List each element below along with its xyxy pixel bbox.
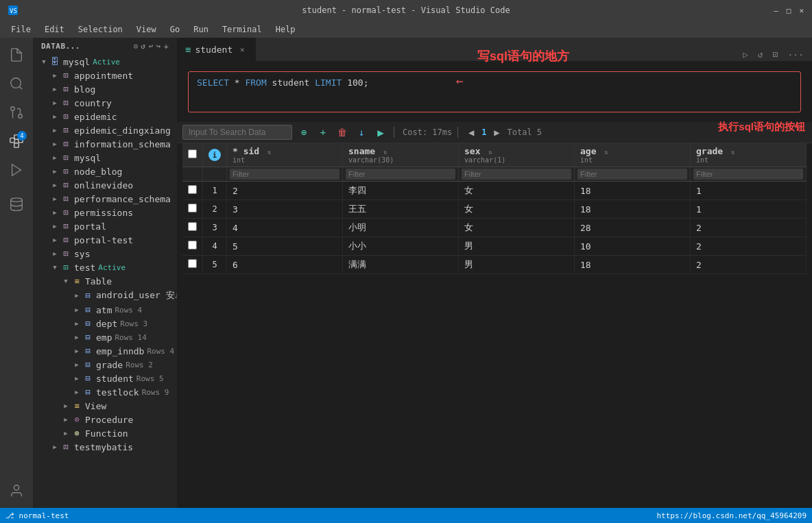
activity-debug[interactable] [5,158,28,182]
add-row-button[interactable]: + [315,125,331,140]
sidebar-item-blog[interactable]: ▶ ⊡ blog [33,82,177,96]
export-down-button[interactable]: ↓ [354,125,369,140]
sidebar-item-dept[interactable]: ▶ ⊟ dept Rows 3 [33,317,177,330]
col-header-sname[interactable]: sname ⇅ varchar(30) [343,143,459,167]
sidebar-item-country[interactable]: ▶ ⊡ country [33,96,177,110]
activity-search[interactable] [5,72,28,95]
sidebar-item-permissions[interactable]: ▶ ⊡ permissions [33,206,177,219]
sidebar-item-emp[interactable]: ▶ ⊟ emp Rows 14 [33,330,177,344]
run-query-icon[interactable]: ▷ [740,48,751,61]
svg-point-5 [11,107,15,111]
menu-go[interactable]: Go [165,23,185,36]
activity-files[interactable] [5,43,28,66]
prev-page-button[interactable]: ◀ [464,125,479,140]
sidebar-label-function: Function [85,428,128,439]
sidebar-item-mysql[interactable]: ▼ 🗄 mysql Active [33,55,177,69]
sidebar-item-epidemic-dingxiang[interactable]: ▶ ⊡ epidemic_dingxiang [33,123,177,137]
menu-view[interactable]: View [131,23,162,36]
menu-selection[interactable]: Selection [73,23,128,36]
run-query-button[interactable]: ▶ [373,125,388,140]
row-sid: 3 [227,200,343,219]
settings-icon[interactable]: ⚙ [133,42,138,51]
sidebar-label-blog: blog [74,84,95,95]
filter-grade-input[interactable] [693,169,803,180]
tab-student-icon: ≡ [185,44,191,55]
tab-student-close[interactable]: ✕ [237,44,248,55]
db-icon-epidemic: ⊡ [60,111,71,122]
sidebar-active-test: Active [98,263,126,272]
sidebar-item-node-blog[interactable]: ▶ ⊡ node_blog [33,165,177,178]
col-header-grade[interactable]: grade ⇅ int [691,143,807,167]
row-sex: 女 [459,182,575,200]
menu-help[interactable]: Help [270,23,301,36]
col-header-sex[interactable]: sex ⇅ varchar(1) [459,143,575,167]
menu-file[interactable]: File [5,23,36,36]
activity-account[interactable] [5,479,28,502]
sql-editor[interactable]: SELECT * FROM student LIMIT 100; ← [188,71,801,112]
row-select-checkbox[interactable] [188,185,197,194]
sidebar-item-procedure[interactable]: ▶ ⊙ Procedure [33,413,177,426]
filter-sname-input[interactable] [346,169,455,180]
sidebar-item-student[interactable]: ▶ ⊟ student Rows 5 [33,372,177,385]
row-select-checkbox[interactable] [188,259,197,268]
forward-icon[interactable]: ↪ [156,42,161,51]
refresh-icon[interactable]: ↺ [141,42,146,51]
sidebar-item-atm[interactable]: ▶ ⊟ atm Rows 4 [33,303,177,317]
add-connection-icon[interactable]: + [164,42,169,51]
col-header-sid[interactable]: * sid ⇅ int [227,143,343,167]
maximize-button[interactable]: □ [787,6,791,15]
sname-sort-icon: ⇅ [383,149,387,156]
more-actions-icon[interactable]: ··· [785,48,807,61]
row-select-checkbox[interactable] [188,241,197,250]
activity-extensions[interactable]: 4 [5,130,28,153]
tab-student[interactable]: ≡ student ✕ [177,38,256,61]
activity-database[interactable] [5,193,28,216]
filter-age-input[interactable] [577,169,687,180]
menu-edit[interactable]: Edit [39,23,70,36]
row-select-checkbox[interactable] [188,204,197,212]
tab-bar-actions: ▷ ↺ ⊡ ··· [735,48,812,61]
sidebar-item-onlinevideo[interactable]: ▶ ⊡ onlinevideo [33,178,177,192]
activity-source-control[interactable] [5,101,28,124]
data-table-container[interactable]: i * sid ⇅ int sname ⇅ varchar(30) sex [177,143,812,508]
select-all-checkbox[interactable] [188,149,197,158]
back-icon[interactable]: ↩ [149,42,154,51]
expand-arrow-country: ▶ [49,97,60,108]
sidebar-item-view[interactable]: ▶ ≡ View [33,399,177,413]
sidebar-item-grade[interactable]: ▶ ⊟ grade Rows 2 [33,358,177,372]
split-editor-icon[interactable]: ⊡ [770,48,781,61]
filter-grade [691,167,807,182]
refresh-query-icon[interactable]: ↺ [755,48,766,61]
delete-row-button[interactable]: 🗑 [335,125,350,140]
sidebar-item-appointment[interactable]: ▶ ⊡ appointment [33,69,177,82]
sidebar-item-function[interactable]: ▶ ⊛ Function [33,426,177,440]
row-select-checkbox[interactable] [188,222,197,231]
hub-button[interactable]: ⊕ [296,125,311,140]
menu-terminal[interactable]: Terminal [217,23,267,36]
menu-run[interactable]: Run [188,23,214,36]
filter-sex [459,167,575,182]
sidebar-item-android-user[interactable]: ▶ ⊟ android_user 安卓... [33,288,177,303]
sidebar-item-portal-test[interactable]: ▶ ⊡ portal-test [33,233,177,247]
sidebar-item-information-schema[interactable]: ▶ ⊡ information_schema [33,137,177,151]
sidebar-item-performance-schema[interactable]: ▶ ⊡ performance_schema [33,192,177,206]
filter-sex-input[interactable] [462,169,571,180]
sidebar-item-testlock[interactable]: ▶ ⊟ testlock Rows 9 [33,385,177,399]
close-button[interactable]: ✕ [799,6,804,15]
title-bar-controls[interactable]: — □ ✕ [774,6,804,15]
sidebar-item-emp-inndb[interactable]: ▶ ⊟ emp_inndb Rows 4 [33,344,177,358]
minimize-button[interactable]: — [774,6,778,15]
sidebar-item-testmybatis[interactable]: ▶ ⊡ testmybatis [33,440,177,454]
sidebar-item-test[interactable]: ▼ ⊡ test Active + [33,260,177,274]
sidebar-item-mysql-db[interactable]: ▶ ⊡ mysql [33,151,177,165]
row-age: 10 [575,237,691,256]
next-page-button[interactable]: ▶ [489,125,504,140]
sidebar-label-test: test [74,263,95,273]
sidebar-item-epidemic[interactable]: ▶ ⊡ epidemic [33,110,177,123]
filter-sid-input[interactable] [230,169,339,180]
search-data-input[interactable] [182,125,292,140]
sidebar-item-table[interactable]: ▼ ≡ Table [33,274,177,288]
col-header-age[interactable]: age ⇅ int [575,143,691,167]
sidebar-item-sys[interactable]: ▶ ⊡ sys [33,247,177,260]
sidebar-item-portal[interactable]: ▶ ⊡ portal [33,219,177,233]
